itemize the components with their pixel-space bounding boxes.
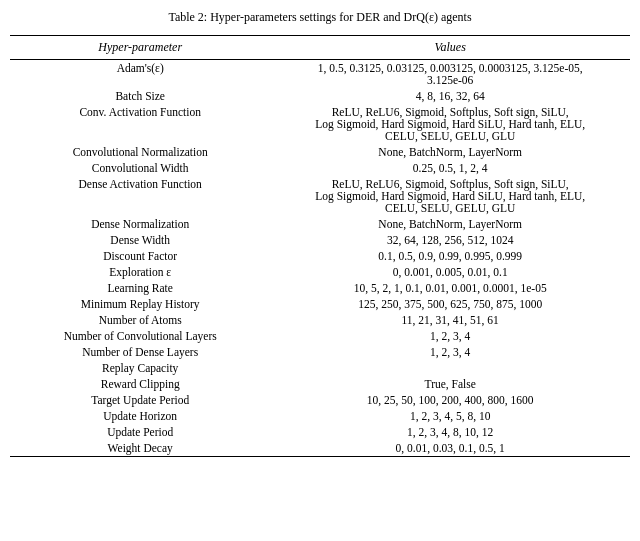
param-name: Number of Dense Layers (10, 344, 270, 360)
param-values: 10, 5, 2, 1, 0.1, 0.01, 0.001, 0.0001, 1… (270, 280, 630, 296)
table-row: Weight Decay0, 0.01, 0.03, 0.1, 0.5, 1 (10, 440, 630, 457)
table-row: Number of Atoms11, 21, 31, 41, 51, 61 (10, 312, 630, 328)
table-row: Update Horizon1, 2, 3, 4, 5, 8, 10 (10, 408, 630, 424)
table-row: Dense Width32, 64, 128, 256, 512, 1024 (10, 232, 630, 248)
param-name: Replay Capacity (10, 360, 270, 376)
table-row: Batch Size4, 8, 16, 32, 64 (10, 88, 630, 104)
table-caption: Table 2: Hyper-parameters settings for D… (10, 10, 630, 29)
param-name: Reward Clipping (10, 376, 270, 392)
table-row: Target Update Period10, 25, 50, 100, 200… (10, 392, 630, 408)
table-row: Conv. Activation FunctionReLU, ReLU6, Si… (10, 104, 630, 144)
param-name: Dense Width (10, 232, 270, 248)
param-name: Conv. Activation Function (10, 104, 270, 144)
param-name: Dense Normalization (10, 216, 270, 232)
param-name: Exploration ε (10, 264, 270, 280)
param-values: 1, 2, 3, 4, 5, 8, 10 (270, 408, 630, 424)
param-values: 0, 0.01, 0.03, 0.1, 0.5, 1 (270, 440, 630, 457)
table-row: Exploration ε0, 0.001, 0.005, 0.01, 0.1 (10, 264, 630, 280)
param-name: Minimum Replay History (10, 296, 270, 312)
param-values: 0.1, 0.5, 0.9, 0.99, 0.995, 0.999 (270, 248, 630, 264)
param-values: ReLU, ReLU6, Sigmoid, Softplus, Soft sig… (270, 104, 630, 144)
table-row: Dense Activation FunctionReLU, ReLU6, Si… (10, 176, 630, 216)
param-name: Update Period (10, 424, 270, 440)
param-values (270, 360, 630, 376)
param-name: Adam's(ε) (10, 60, 270, 89)
param-name: Discount Factor (10, 248, 270, 264)
param-values: 125, 250, 375, 500, 625, 750, 875, 1000 (270, 296, 630, 312)
table-row: Dense NormalizationNone, BatchNorm, Laye… (10, 216, 630, 232)
param-name: Target Update Period (10, 392, 270, 408)
param-name: Weight Decay (10, 440, 270, 457)
param-values: ReLU, ReLU6, Sigmoid, Softplus, Soft sig… (270, 176, 630, 216)
param-values: 1, 2, 3, 4 (270, 328, 630, 344)
param-values: 0, 0.001, 0.005, 0.01, 0.1 (270, 264, 630, 280)
param-name: Update Horizon (10, 408, 270, 424)
param-values: 0.25, 0.5, 1, 2, 4 (270, 160, 630, 176)
table-row: Learning Rate10, 5, 2, 1, 0.1, 0.01, 0.0… (10, 280, 630, 296)
hyper-params-table: Hyper-parameter Values Adam's(ε)1, 0.5, … (10, 35, 630, 457)
param-name: Number of Atoms (10, 312, 270, 328)
header-values: Values (270, 36, 630, 60)
param-name: Dense Activation Function (10, 176, 270, 216)
param-name: Convolutional Width (10, 160, 270, 176)
table-row: Number of Convolutional Layers1, 2, 3, 4 (10, 328, 630, 344)
table-row: Convolutional Width0.25, 0.5, 1, 2, 4 (10, 160, 630, 176)
table-row: Adam's(ε)1, 0.5, 0.3125, 0.03125, 0.0031… (10, 60, 630, 89)
param-values: None, BatchNorm, LayerNorm (270, 216, 630, 232)
param-values: 4, 8, 16, 32, 64 (270, 88, 630, 104)
param-values: 10, 25, 50, 100, 200, 400, 800, 1600 (270, 392, 630, 408)
param-name: Convolutional Normalization (10, 144, 270, 160)
param-name: Learning Rate (10, 280, 270, 296)
param-values: None, BatchNorm, LayerNorm (270, 144, 630, 160)
table-row: Update Period1, 2, 3, 4, 8, 10, 12 (10, 424, 630, 440)
param-values: 1, 2, 3, 4, 8, 10, 12 (270, 424, 630, 440)
table-row: Replay Capacity (10, 360, 630, 376)
table-row: Reward ClippingTrue, False (10, 376, 630, 392)
param-values: 1, 2, 3, 4 (270, 344, 630, 360)
header-hyper-param: Hyper-parameter (10, 36, 270, 60)
table-row: Discount Factor0.1, 0.5, 0.9, 0.99, 0.99… (10, 248, 630, 264)
param-name: Number of Convolutional Layers (10, 328, 270, 344)
table-row: Minimum Replay History125, 250, 375, 500… (10, 296, 630, 312)
param-values: 32, 64, 128, 256, 512, 1024 (270, 232, 630, 248)
table-container: Table 2: Hyper-parameters settings for D… (10, 10, 630, 457)
param-values: 11, 21, 31, 41, 51, 61 (270, 312, 630, 328)
table-row: Convolutional NormalizationNone, BatchNo… (10, 144, 630, 160)
param-name: Batch Size (10, 88, 270, 104)
param-values: True, False (270, 376, 630, 392)
table-row: Number of Dense Layers1, 2, 3, 4 (10, 344, 630, 360)
param-values: 1, 0.5, 0.3125, 0.03125, 0.003125, 0.000… (270, 60, 630, 89)
